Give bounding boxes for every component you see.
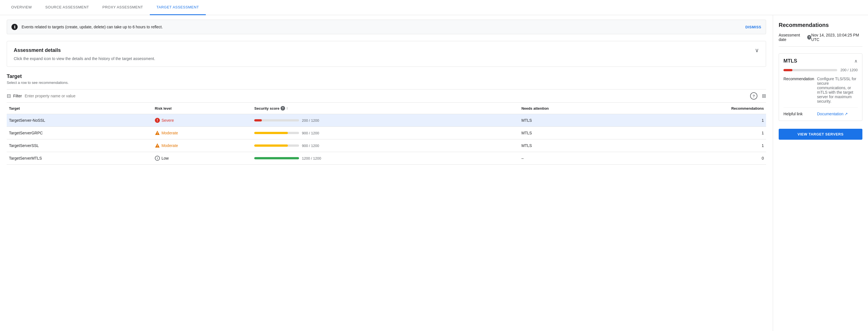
score-bar [254, 157, 299, 159]
columns-icon[interactable]: ⊞ [762, 93, 766, 99]
mtls-header: MTLS ∧ [783, 58, 858, 64]
risk-level-text: Severe [161, 118, 174, 122]
col-risk-level: Risk level [153, 103, 252, 114]
col-needs-attention: Needs attention [519, 103, 633, 114]
score-bar-fill [254, 119, 262, 121]
target-table: Target Risk level Security score ? ↑ [7, 103, 766, 165]
mtls-recommendation-row: Recommendation Configure TLS/SSL for sec… [783, 77, 858, 108]
risk-level-icon: ! [155, 131, 160, 136]
info-circle-icon: ℹ [11, 24, 18, 30]
table-row[interactable]: TargetServerGRPC ! Moderate 900 / 1200 M… [7, 127, 766, 139]
cell-target: TargetServerGRPC [7, 127, 153, 139]
col-security-score: Security score ? ↑ [252, 103, 519, 114]
view-target-servers-button[interactable]: VIEW TARGET SERVERS [779, 129, 862, 140]
mtls-title: MTLS [783, 58, 797, 64]
svg-text:i: i [157, 157, 158, 160]
cell-target: TargetServerSSL [7, 139, 153, 152]
mtls-score-text: 200 / 1200 [841, 68, 858, 72]
cell-needs-attention: MTLS [519, 114, 633, 127]
mtls-helpful-link-label: Helpful link [783, 112, 817, 116]
cell-risk-level: ! Moderate [153, 127, 252, 139]
score-text: 200 / 1200 [302, 118, 324, 122]
score-bar [254, 144, 299, 147]
mtls-score-bar [783, 69, 837, 71]
info-banner: ℹ Events related to targets (create, upd… [7, 20, 766, 34]
risk-level-icon: i [155, 156, 160, 161]
cell-risk-level: i Low [153, 152, 252, 165]
score-text: 900 / 1200 [302, 144, 324, 148]
cell-recommendations: 1 [633, 139, 766, 152]
cell-target: TargetServer-NoSSL [7, 114, 153, 127]
tab-target-assessment[interactable]: TARGET ASSESSMENT [150, 0, 206, 15]
score-bar [254, 119, 299, 121]
table-row[interactable]: TargetServer-NoSSL ! Severe 200 / 1200 M… [7, 114, 766, 127]
sort-up-icon[interactable]: ↑ [286, 106, 288, 111]
assessment-details-header: Assessment details ∨ [14, 47, 759, 54]
col-target: Target [7, 103, 153, 114]
mtls-section: MTLS ∧ 200 / 1200 Recommendation Configu… [779, 53, 862, 121]
risk-level-text: Moderate [161, 143, 178, 148]
assessment-date-row: Assessment date ? Nov 14, 2023, 10:04:25… [779, 33, 862, 47]
tab-source-assessment[interactable]: SOURCE ASSESSMENT [39, 0, 96, 15]
cell-risk-level: ! Moderate [153, 139, 252, 152]
cell-target: TargetServerMTLS [7, 152, 153, 165]
filter-input[interactable] [25, 94, 750, 98]
filter-icon: ⊟ [7, 93, 11, 99]
target-section-title: Target [7, 74, 766, 79]
target-section-subtitle: Select a row to see recommendations. [7, 81, 766, 85]
cell-needs-attention: – [519, 152, 633, 165]
mtls-recommendation-value: Configure TLS/SSL for secure communicati… [817, 77, 858, 104]
score-bar [254, 132, 299, 134]
assessment-date-label: Assessment date ? [779, 33, 811, 42]
target-section: Target Select a row to see recommendatio… [7, 74, 766, 165]
security-score-info-icon: ? [281, 106, 285, 111]
mtls-recommendation-label: Recommendation [783, 77, 817, 104]
cell-security-score: 200 / 1200 [252, 114, 519, 127]
assessment-date-value: Nov 14, 2023, 10:04:25 PM UTC [811, 33, 862, 42]
table-row[interactable]: TargetServerMTLS i Low 1200 / 1200 – 0 [7, 152, 766, 165]
cell-recommendations: 0 [633, 152, 766, 165]
left-panel: ℹ Events related to targets (create, upd… [0, 15, 773, 331]
filter-label: Filter [13, 94, 22, 98]
score-bar-fill [254, 144, 288, 147]
score-bar-fill [254, 132, 288, 134]
chevron-down-icon[interactable]: ∨ [755, 47, 759, 54]
cell-security-score: 900 / 1200 [252, 139, 519, 152]
dismiss-button[interactable]: DISMISS [745, 25, 761, 29]
assessment-date-info-icon: ? [807, 35, 811, 39]
right-panel: Recommendations Assessment date ? Nov 14… [773, 15, 868, 331]
cell-recommendations: 1 [633, 127, 766, 139]
score-bar-fill [254, 157, 299, 159]
mtls-score-row: 200 / 1200 [783, 68, 858, 72]
risk-level-text: Moderate [161, 131, 178, 135]
cell-needs-attention: MTLS [519, 127, 633, 139]
mtls-documentation-link[interactable]: Documentation ↗ [817, 112, 848, 116]
assessment-details-description: Click the expand icon to view the detail… [14, 56, 759, 61]
cell-risk-level: ! Severe [153, 114, 252, 127]
filter-icon-area: ⊟ Filter [7, 93, 22, 99]
table-row[interactable]: TargetServerSSL ! Moderate 900 / 1200 MT… [7, 139, 766, 152]
tab-overview[interactable]: OVERVIEW [4, 0, 39, 15]
score-text: 900 / 1200 [302, 131, 324, 135]
help-button[interactable]: ? [750, 92, 757, 100]
svg-text:!: ! [157, 144, 158, 147]
col-recommendations: Recommendations [633, 103, 766, 114]
main-layout: ℹ Events related to targets (create, upd… [0, 15, 868, 331]
table-header-row: Target Risk level Security score ? ↑ [7, 103, 766, 114]
cell-security-score: 1200 / 1200 [252, 152, 519, 165]
risk-level-icon: ! [155, 143, 160, 148]
assessment-details-title: Assessment details [14, 47, 61, 53]
tab-proxy-assessment[interactable]: PROXY ASSESSMENT [96, 0, 150, 15]
mtls-chevron-up-icon[interactable]: ∧ [854, 58, 858, 64]
filter-bar: ⊟ Filter ? ⊞ [7, 89, 766, 103]
banner-text: Events related to targets (create, updat… [22, 25, 741, 29]
risk-level-text: Low [161, 156, 169, 161]
filter-actions: ? ⊞ [750, 92, 766, 100]
recommendations-title: Recommendations [779, 22, 862, 28]
score-text: 1200 / 1200 [302, 156, 324, 161]
svg-text:!: ! [157, 132, 158, 135]
risk-level-icon: ! [155, 118, 160, 123]
cell-security-score: 900 / 1200 [252, 127, 519, 139]
tab-bar: OVERVIEW SOURCE ASSESSMENT PROXY ASSESSM… [0, 0, 868, 15]
svg-text:!: ! [157, 118, 158, 122]
